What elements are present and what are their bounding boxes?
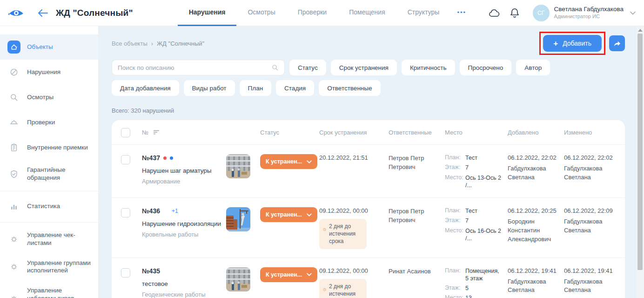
floor-label: Этаж:: [445, 217, 465, 224]
floor-label: Этаж:: [445, 164, 465, 171]
tab-premises[interactable]: Помещения: [338, 0, 396, 26]
plus-icon: +: [553, 40, 558, 47]
clock-icon: [323, 226, 326, 233]
violation-category: Армирование: [142, 178, 222, 185]
vertical-scrollbar[interactable]: [636, 26, 644, 298]
gear-user-icon: [7, 260, 20, 273]
violations-table: № Статус Срок устранения Ответственные М…: [112, 120, 625, 298]
status-label: К устранен...: [266, 211, 302, 218]
row-checkbox[interactable]: [121, 155, 130, 164]
filter-chip-plan[interactable]: План: [240, 80, 272, 96]
added-date: 06.12.2022, 19:41: [508, 267, 560, 274]
select-all-checkbox[interactable]: [121, 128, 130, 137]
breadcrumb-root[interactable]: Все объекты: [112, 40, 148, 47]
app-logo-eye-icon: [8, 7, 24, 19]
sidebar-item-statistics[interactable]: Статистика: [0, 194, 98, 219]
deadline-date: 20.12.2022, 21:51: [319, 154, 384, 161]
violation-photo[interactable]: [226, 207, 250, 231]
scrollbar-thumb[interactable]: [637, 34, 643, 270]
row-checkbox[interactable]: [121, 268, 130, 278]
spot-label: Место:: [445, 174, 465, 190]
share-button[interactable]: [609, 35, 625, 51]
search-icon: [271, 64, 279, 71]
column-added: Добавлено: [508, 129, 560, 136]
sidebar-item-label: Гарантийные обращения: [27, 166, 91, 182]
violation-photo[interactable]: [226, 154, 250, 178]
filter-chip-overdue[interactable]: Просрочено: [460, 60, 512, 75]
status-dropdown[interactable]: К устранен...: [260, 154, 317, 169]
sidebar-item-violations[interactable]: Нарушения: [0, 60, 98, 85]
tabs-more-button[interactable]: •••: [450, 0, 473, 26]
notifications-button[interactable]: [507, 5, 523, 21]
filter-chip-status[interactable]: Статус: [289, 60, 326, 75]
floor-value: 5: [465, 284, 503, 292]
added-by: Габдулхакова Светлана: [508, 164, 560, 182]
filter-chip-work-types[interactable]: Виды работ: [184, 80, 235, 96]
sidebar-item-label: Управление наборами типов отделки: [27, 287, 91, 298]
spot-label: Место:: [445, 294, 465, 298]
status-dropdown[interactable]: К устранен...: [260, 267, 317, 282]
plan-value: Помещения, 5 этаж: [465, 267, 503, 283]
table-header-row: № Статус Срок устранения Ответственные М…: [112, 120, 625, 144]
sidebar-item-label: Управление чек-листами: [27, 231, 91, 247]
violation-category: Кровельные работы: [142, 231, 222, 238]
plan-value: Тест: [465, 207, 503, 215]
top-header: ЖД "Солнечный" Нарушения Осмотры Проверк…: [0, 0, 644, 26]
sidebar-item-finish-type-sets-management[interactable]: Управление наборами типов отделки: [0, 281, 98, 298]
sidebar-item-objects[interactable]: Объекты: [0, 34, 98, 60]
filter-chip-date-added[interactable]: Дата добавления: [112, 80, 179, 96]
table-row[interactable]: №435 тестовое Геодезические работы К уст…: [112, 257, 625, 298]
main-content: Все объекты › ЖД "Солнечный" + Добавить: [99, 26, 644, 298]
search-input[interactable]: [118, 64, 271, 71]
sidebar-item-label: Объекты: [27, 43, 53, 51]
violation-number: №436: [142, 207, 160, 215]
status-label: К устранен...: [266, 158, 302, 165]
sidebar-item-warranty[interactable]: Гарантийные обращения: [0, 160, 98, 188]
filter-chip-author[interactable]: Автор: [516, 60, 550, 75]
filter-chip-stage[interactable]: Стадия: [276, 80, 314, 96]
filter-chip-criticality[interactable]: Критичность: [402, 60, 455, 75]
sidebar-item-inspections[interactable]: Осмотры: [0, 85, 98, 110]
place-info: План:Тест Этаж:7 Место:Ось 16-Ось 2 /...: [445, 207, 503, 242]
status-label: К устранен...: [266, 271, 302, 278]
add-button-label: Добавить: [563, 40, 591, 47]
user-menu[interactable]: СГ Светлана Габдулхакова Администратор И…: [533, 5, 636, 21]
tab-violations[interactable]: Нарушения: [178, 0, 237, 26]
column-number: №: [142, 129, 148, 136]
tab-checks[interactable]: Проверки: [287, 0, 338, 26]
row-checkbox[interactable]: [121, 208, 130, 217]
filter-chip-responsible[interactable]: Ответственные: [319, 80, 380, 96]
cloud-sync-button[interactable]: [486, 5, 502, 21]
added-by: Габдулхакова Светлана: [508, 278, 560, 295]
spot-value: Ось 16-Ось 2 /...: [465, 227, 503, 243]
back-button[interactable]: [36, 7, 49, 20]
breadcrumb-separator-icon: ›: [151, 40, 153, 47]
sidebar-item-label: Проверки: [27, 119, 55, 127]
shield-check-icon: [7, 168, 20, 181]
user-name: Светлана Габдулхакова: [554, 6, 624, 14]
sort-icon[interactable]: [153, 130, 160, 135]
sidebar-item-label: Нарушения: [27, 68, 60, 76]
add-button[interactable]: + Добавить: [543, 35, 602, 52]
sidebar-item-internal-acceptances[interactable]: Внутренние приемки: [0, 135, 98, 160]
sidebar-item-label: Осмотры: [27, 94, 54, 102]
sidebar-item-checks[interactable]: Проверки: [0, 110, 98, 135]
violation-photo[interactable]: [226, 267, 250, 291]
tab-inspections[interactable]: Осмотры: [236, 0, 286, 26]
clipboard-icon: [7, 141, 20, 154]
added-date: 06.12.2022, 20:25: [508, 207, 560, 214]
status-dropdown[interactable]: К устранен...: [260, 207, 317, 222]
sidebar-item-label: Внутренние приемки: [27, 144, 88, 152]
sidebar-item-executor-groups-management[interactable]: Управление группами исполнителей: [0, 253, 98, 281]
violation-title: Нарушен шаг арматуры: [142, 167, 222, 174]
changed-by: Габдулхакова Светлана: [564, 217, 616, 235]
cloud-icon: [489, 9, 500, 17]
filter-chip-deadline[interactable]: Срок устранения: [331, 60, 397, 75]
total-count: Всего: 320 нарушений: [112, 107, 625, 114]
table-row[interactable]: №437 Нарушен шаг арматуры Армирование К …: [112, 144, 625, 197]
tab-structures[interactable]: Структуры: [396, 0, 451, 26]
user-role: Администратор ИС: [554, 14, 624, 20]
table-row[interactable]: №436 +1 Нарушение гидроизоляции Кровельн…: [112, 197, 625, 257]
scroll-up-arrow-icon[interactable]: [638, 29, 643, 32]
sidebar-item-checklists-management[interactable]: Управление чек-листами: [0, 225, 98, 253]
